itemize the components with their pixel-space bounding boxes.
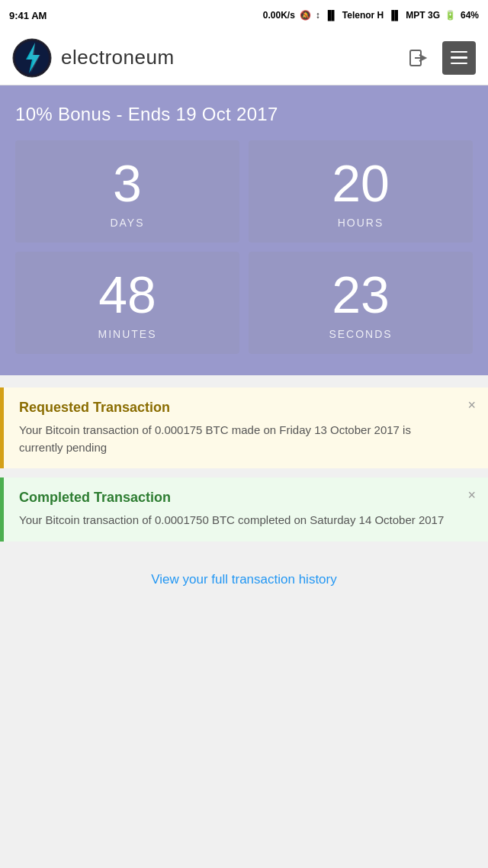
- countdown-minutes: 48 MINUTES: [15, 252, 239, 354]
- app-name: electroneum: [61, 46, 175, 69]
- electroneum-logo-icon: [12, 38, 52, 78]
- view-history-section: View your full transaction history: [0, 551, 488, 612]
- pending-close-button[interactable]: ×: [467, 398, 476, 412]
- days-value: 3: [15, 157, 239, 209]
- carrier1: Telenor H: [342, 10, 384, 21]
- countdown-section: 10% Bonus - Ends 19 Oct 2017 3 DAYS 20 H…: [0, 85, 488, 375]
- minutes-label: MINUTES: [15, 328, 239, 340]
- countdown-grid: 3 DAYS 20 HOURS 48 MINUTES 23 SECONDS: [15, 140, 473, 354]
- countdown-days: 3 DAYS: [15, 140, 239, 243]
- notifications-area: Requested Transaction Your Bitcoin trans…: [0, 375, 488, 612]
- hours-value: 20: [249, 157, 473, 209]
- status-bar: 9:41 AM 0.00K/s 🔕 ↕ ▐▌ Telenor H ▐▌ MPT …: [0, 0, 488, 31]
- logout-button[interactable]: [403, 43, 433, 73]
- countdown-hours: 20 HOURS: [249, 140, 473, 243]
- time-display: 9:41 AM: [9, 10, 47, 21]
- pending-transaction-card: Requested Transaction Your Bitcoin trans…: [0, 387, 488, 468]
- minutes-value: 48: [15, 268, 239, 320]
- pending-transaction-body: Your Bitcoin transaction of 0.000175 BTC…: [19, 422, 458, 456]
- days-label: DAYS: [15, 217, 239, 229]
- countdown-seconds: 23 SECONDS: [249, 252, 473, 354]
- pending-transaction-title: Requested Transaction: [19, 400, 458, 416]
- view-history-link[interactable]: View your full transaction history: [151, 572, 336, 587]
- hamburger-icon: [451, 51, 467, 65]
- seconds-label: SECONDS: [249, 328, 473, 340]
- signal-icon-2: ▐▌: [388, 10, 401, 21]
- signal-icon-1: ▐▌: [325, 10, 338, 21]
- completed-transaction-card: Completed Transaction Your Bitcoin trans…: [0, 477, 488, 542]
- hours-label: HOURS: [249, 217, 473, 229]
- carrier2: MPT 3G: [406, 10, 440, 21]
- battery-level: 64%: [461, 10, 479, 21]
- status-bar-left: 9:41 AM: [9, 10, 47, 21]
- logout-icon: [407, 47, 429, 69]
- completed-close-button[interactable]: ×: [467, 488, 476, 502]
- seconds-value: 23: [249, 268, 473, 320]
- battery-icon: 🔋: [445, 10, 456, 21]
- header-actions: [403, 41, 476, 75]
- completed-transaction-body: Your Bitcoin transaction of 0.0001750 BT…: [19, 512, 458, 529]
- status-bar-right: 0.00K/s 🔕 ↕ ▐▌ Telenor H ▐▌ MPT 3G 🔋 64%: [263, 10, 479, 21]
- menu-button[interactable]: [442, 41, 476, 75]
- logo-container: electroneum: [12, 38, 175, 78]
- countdown-title: 10% Bonus - Ends 19 Oct 2017: [15, 104, 473, 125]
- mute-icon: 🔕: [300, 10, 311, 21]
- app-header: electroneum: [0, 31, 488, 85]
- data-icon: ↕: [316, 10, 320, 21]
- network-speed: 0.00K/s: [263, 10, 295, 21]
- completed-transaction-title: Completed Transaction: [19, 490, 458, 506]
